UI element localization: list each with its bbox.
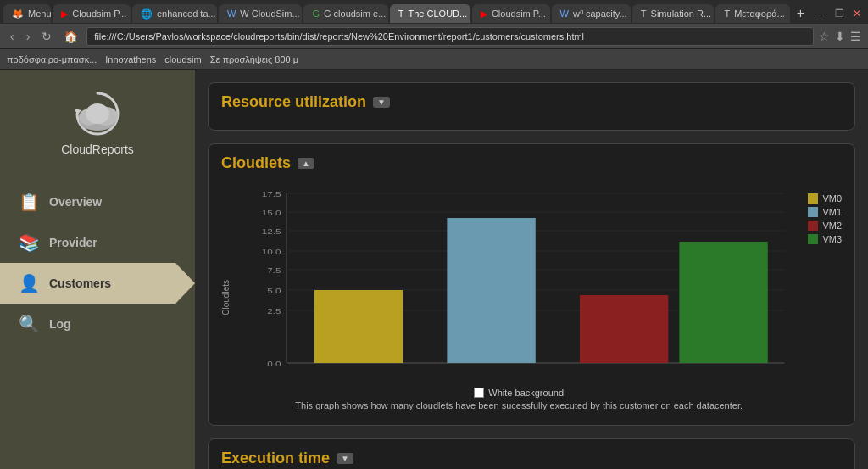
bar-vm3 — [679, 242, 767, 363]
address-input[interactable] — [86, 27, 814, 46]
menu-icon[interactable]: ☰ — [850, 30, 861, 43]
overview-icon: 📋 — [17, 190, 41, 214]
y-axis-label: Cloudlets — [221, 280, 231, 315]
forward-button[interactable]: › — [23, 28, 34, 45]
new-tab-button[interactable]: + — [792, 6, 810, 21]
tab-icon: W — [227, 8, 236, 19]
bar-vm1 — [447, 218, 535, 363]
log-icon: 🔍 — [17, 312, 41, 336]
resource-toggle-button[interactable]: ▼ — [373, 97, 390, 108]
tab-icon: T — [641, 8, 647, 19]
customers-icon: 👤 — [17, 271, 41, 295]
svg-text:15.0: 15.0 — [262, 209, 281, 216]
chart-legend: VM0 VM1 VM2 VM3 — [808, 193, 842, 244]
tab-icon: ▶ — [61, 8, 68, 20]
legend-vm2: VM2 — [808, 221, 842, 231]
cloudlets-title: Cloudlets ▲ — [221, 154, 842, 172]
tab-google[interactable]: G G cloudsim e... × — [303, 4, 387, 23]
tab-thecloud[interactable]: T The CLOUD... × — [390, 4, 470, 23]
download-icon[interactable]: ⬇ — [835, 30, 845, 43]
svg-text:12.5: 12.5 — [262, 227, 281, 235]
close-button[interactable]: ✕ — [849, 6, 865, 21]
svg-text:7.5: 7.5 — [267, 266, 281, 274]
nav-items: 📋 Overview 📚 Provider 👤 Customers 🔍 Log — [0, 181, 195, 344]
svg-text:5.0: 5.0 — [267, 287, 281, 294]
sidebar-item-overview[interactable]: 📋 Overview — [0, 181, 195, 222]
logo-icon — [64, 87, 131, 137]
logo-area: CloudReports — [53, 78, 142, 165]
bar-vm2 — [580, 295, 668, 363]
tab-cloudsim2[interactable]: ▶ Cloudsim P... × — [472, 4, 550, 23]
tab-label: Cloudsim P... — [72, 8, 126, 19]
legend-label-vm1: VM1 — [822, 207, 842, 217]
resource-utilization-section: Resource utilization ▼ — [208, 82, 855, 131]
chart-wrap: 17.5 15.0 12.5 10.0 7.5 5.0 2.5 — [242, 185, 795, 410]
white-bg-box — [474, 388, 484, 398]
tab-label: w⁰ capacity... — [573, 8, 627, 20]
customers-label: Customers — [49, 276, 111, 290]
tab-label: W CloudSim... — [240, 8, 299, 19]
legend-box-vm3 — [808, 234, 818, 244]
tab-label: Cloudsim P... — [492, 8, 546, 19]
tab-label: Μεταφορά... — [734, 8, 785, 19]
resource-utilization-title: Resource utilization ▼ — [221, 93, 842, 111]
logo-text: CloudReports — [61, 142, 134, 156]
restore-button[interactable]: ❐ — [832, 6, 848, 21]
bookmark-icon[interactable]: ☆ — [819, 30, 830, 43]
tab-label: The CLOUD... — [409, 8, 468, 19]
svg-text:0.0: 0.0 — [267, 360, 281, 367]
legend-vm1: VM1 — [808, 207, 842, 217]
tab-label: Menu — [28, 8, 51, 19]
reload-button[interactable]: ↻ — [38, 28, 55, 45]
cloudlets-toggle-button[interactable]: ▲ — [298, 158, 314, 169]
legend-box-vm1 — [808, 207, 818, 217]
legend-box-vm0 — [808, 193, 818, 204]
tab-label: enhanced ta... — [157, 8, 216, 19]
tab-icon: G — [312, 8, 320, 19]
tab-bar: 🦊 Menu ▶ Cloudsim P... × 🌐 enhanced ta..… — [0, 0, 868, 24]
execution-time-section: Execution time ▼ — [208, 438, 855, 469]
tab-meta[interactable]: T Μεταφορά... × — [715, 4, 789, 23]
provider-icon: 📚 — [17, 231, 41, 254]
provider-label: Provider — [49, 236, 97, 249]
tab-icon: 🦊 — [12, 8, 24, 20]
tab-icon: W — [560, 8, 569, 19]
minimize-button[interactable]: — — [813, 6, 830, 21]
execution-time-title: Execution time ▼ — [221, 449, 842, 467]
sidebar-item-provider[interactable]: 📚 Provider — [0, 222, 195, 263]
home-button[interactable]: 🏠 — [60, 28, 81, 45]
tab-label: Simulation R... — [651, 8, 712, 19]
log-label: Log — [49, 317, 71, 331]
bookmark-4[interactable]: Σε προσλήψεις 800 μ — [210, 54, 298, 64]
tab-icon: T — [724, 8, 730, 19]
execution-toggle-button[interactable]: ▼ — [337, 453, 353, 464]
bookmark-2[interactable]: Innovathens — [105, 54, 156, 64]
sidebar-item-log[interactable]: 🔍 Log — [0, 304, 195, 344]
nav-bar: ‹ › ↻ 🏠 ☆ ⬇ ☰ — [0, 24, 868, 49]
chart-container: Cloudlets 17.5 15.0 12.5 10.0 — [221, 181, 842, 415]
sidebar-item-customers[interactable]: 👤 Customers — [0, 263, 195, 304]
back-button[interactable]: ‹ — [7, 28, 18, 45]
main-content: Resource utilization ▼ Cloudlets ▲ Cloud… — [195, 70, 868, 469]
tab-menu[interactable]: 🦊 Menu — [3, 4, 51, 23]
chart-footer: White background This graph shows how ma… — [242, 388, 795, 410]
bookmark-1[interactable]: πoδόσφαιρo-μπασκ... — [7, 54, 97, 64]
bookmarks-bar: πoδόσφαιρo-μπασκ... Innovathens cloudsim… — [0, 49, 868, 70]
bar-vm0 — [314, 290, 403, 363]
overview-label: Overview — [49, 195, 102, 209]
tab-wiki[interactable]: W W CloudSim... × — [219, 4, 302, 23]
tab-sim[interactable]: T Simulation R... × — [632, 4, 715, 23]
legend-box-vm2 — [808, 221, 818, 231]
tab-icon: 🌐 — [141, 8, 153, 20]
sidebar: CloudReports 📋 Overview 📚 Provider 👤 Cus… — [0, 70, 195, 469]
tab-cloudsim1[interactable]: ▶ Cloudsim P... × — [53, 4, 131, 23]
legend-label-vm0: VM0 — [822, 193, 842, 204]
tab-icon: ▶ — [481, 8, 487, 20]
tab-capacity[interactable]: W w⁰ capacity... × — [552, 4, 631, 23]
bookmark-3[interactable]: cloudsim — [164, 54, 201, 64]
tab-enhanced[interactable]: 🌐 enhanced ta... × — [132, 4, 217, 23]
chart-description: This graph shows how many cloudlets have… — [242, 400, 795, 410]
browser-chrome: 🦊 Menu ▶ Cloudsim P... × 🌐 enhanced ta..… — [0, 0, 868, 70]
legend-label-vm3: VM3 — [822, 234, 842, 244]
tab-icon: T — [398, 8, 404, 19]
